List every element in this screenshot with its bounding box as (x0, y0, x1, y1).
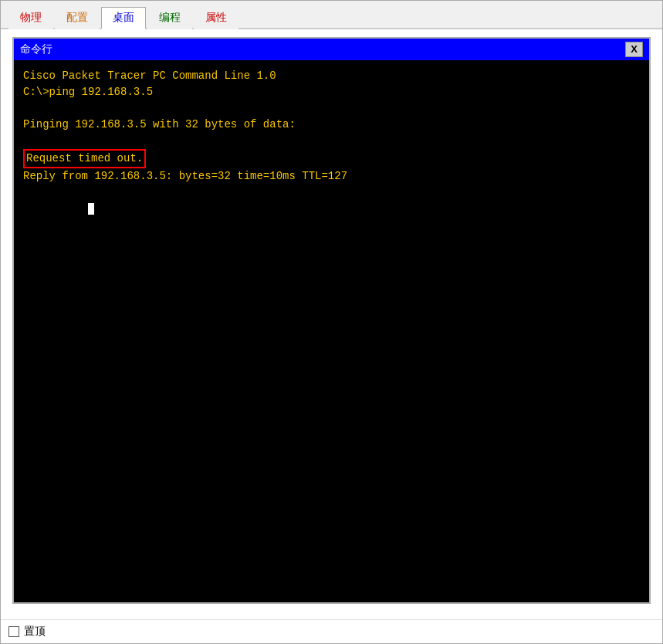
cmd-title: 命令行 (20, 42, 52, 56)
pin-to-top-checkbox[interactable] (8, 626, 19, 637)
tab-physics[interactable]: 物理 (8, 7, 53, 29)
cmd-line-2: C:\>ping 192.168.3.5 (23, 84, 640, 100)
cmd-cursor (88, 203, 94, 215)
cmd-line-1: Cisco Packet Tracer PC Command Line 1.0 (23, 68, 640, 84)
pin-to-top-container: 置顶 (8, 625, 46, 639)
cmd-line-timed-out: Request timed out. (23, 149, 146, 168)
cmd-line-4: Pinging 192.168.3.5 with 32 bytes of dat… (23, 117, 640, 133)
cmd-line-reply: Reply from 192.168.3.5: bytes=32 time=10… (23, 168, 640, 185)
cmd-cursor-line (23, 185, 640, 233)
pin-to-top-label: 置顶 (24, 625, 46, 639)
bottom-bar: 置顶 (1, 619, 662, 643)
cmd-body[interactable]: Cisco Packet Tracer PC Command Line 1.0 … (14, 60, 649, 602)
cmd-window: 命令行 X Cisco Packet Tracer PC Command Lin… (12, 37, 651, 604)
cmd-line-5 (23, 133, 640, 149)
cmd-titlebar: 命令行 X (14, 39, 649, 60)
cmd-line-timed-out-container: Request timed out. (23, 149, 640, 168)
cmd-line-3 (23, 100, 640, 117)
tab-properties[interactable]: 属性 (194, 7, 238, 29)
cmd-close-button[interactable]: X (625, 42, 643, 57)
nav-tabs: 物理 配置 桌面 编程 属性 (1, 1, 662, 29)
app-container: 物理 配置 桌面 编程 属性 命令行 X Cisco Packet Tracer… (0, 0, 663, 644)
tab-programming[interactable]: 编程 (147, 7, 192, 29)
tab-config[interactable]: 配置 (55, 7, 100, 29)
tab-desktop[interactable]: 桌面 (101, 7, 146, 29)
main-content: 命令行 X Cisco Packet Tracer PC Command Lin… (1, 29, 662, 619)
